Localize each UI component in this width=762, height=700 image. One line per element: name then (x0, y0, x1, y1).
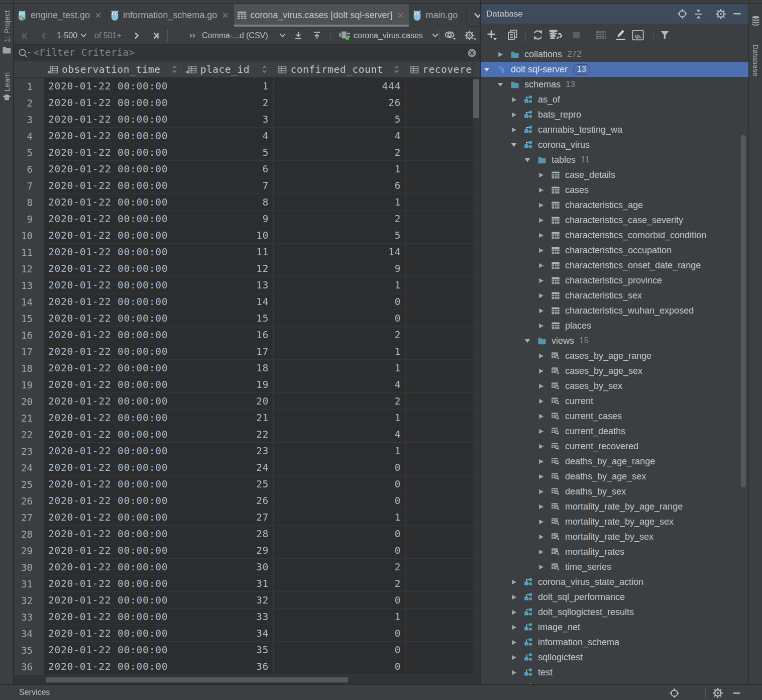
cell-observation_time[interactable]: 2020-01-22 00:00:00 (45, 542, 183, 559)
cell-recovered_count[interactable] (406, 177, 473, 194)
cell-place_id[interactable]: 24 (183, 459, 274, 476)
cell-place_id[interactable]: 10 (183, 227, 274, 244)
cell-place_id[interactable]: 18 (183, 360, 274, 376)
sort-icon[interactable] (261, 64, 268, 74)
chevron-collapsed-icon[interactable] (510, 623, 517, 632)
cell-confirmed_count[interactable]: 2 (274, 575, 406, 592)
row-number[interactable]: 23 (14, 443, 45, 459)
cell-confirmed_count[interactable]: 6 (274, 177, 406, 194)
row-number[interactable]: 26 (14, 492, 45, 509)
cell-recovered_count[interactable] (406, 144, 473, 161)
locate-button[interactable] (669, 687, 680, 699)
chevron-collapsed-icon[interactable] (537, 170, 545, 179)
cell-confirmed_count[interactable]: 14 (274, 244, 406, 260)
row-number[interactable]: 35 (14, 642, 45, 658)
cell-confirmed_count[interactable]: 26 (274, 94, 406, 111)
chevron-collapsed-icon[interactable] (510, 668, 517, 677)
cell-recovered_count[interactable] (406, 211, 473, 227)
tree-item-current-cases[interactable]: current_cases (481, 409, 748, 424)
cell-confirmed_count[interactable]: 1 (274, 443, 406, 459)
cell-recovered_count[interactable] (406, 327, 473, 343)
cell-observation_time[interactable]: 2020-01-22 00:00:00 (45, 509, 183, 526)
chevron-collapsed-icon[interactable] (537, 291, 545, 300)
cell-recovered_count[interactable] (406, 559, 473, 575)
cell-confirmed_count[interactable]: 0 (274, 310, 406, 327)
cell-confirmed_count[interactable]: 1 (274, 509, 406, 526)
cell-observation_time[interactable]: 2020-01-22 00:00:00 (45, 426, 183, 443)
chevron-collapsed-icon[interactable] (537, 381, 545, 390)
settings-button[interactable] (464, 27, 477, 44)
column-header-place-id[interactable]: place_id (183, 61, 274, 77)
cell-recovered_count[interactable] (406, 244, 473, 260)
cell-observation_time[interactable]: 2020-01-22 00:00:00 (45, 177, 183, 194)
duplicate-button[interactable] (507, 27, 518, 43)
cell-recovered_count[interactable] (406, 227, 473, 244)
cell-place_id[interactable]: 33 (183, 609, 274, 625)
cell-observation_time[interactable]: 2020-01-22 00:00:00 (45, 559, 183, 575)
row-number[interactable]: 7 (14, 177, 45, 194)
tab-engine-test-go[interactable]: engine_test.go (14, 4, 107, 27)
cell-recovered_count[interactable] (406, 393, 473, 410)
panel-settings-button[interactable] (714, 8, 727, 21)
chevron-collapsed-icon[interactable] (510, 683, 517, 684)
cell-confirmed_count[interactable]: 5 (274, 111, 406, 128)
cell-place_id[interactable]: 23 (183, 443, 274, 459)
tree-item-deaths-by-age-range[interactable]: deaths_by_age_range (481, 454, 748, 469)
cell-confirmed_count[interactable]: 0 (274, 642, 406, 658)
tab-corona-virus-cases-dolt-sql-server[interactable]: corona_virus.cases [dolt sql-server] (234, 4, 409, 27)
export-data-button[interactable] (293, 27, 303, 44)
cell-confirmed_count[interactable]: 0 (274, 625, 406, 642)
chevron-collapsed-icon[interactable] (537, 457, 545, 466)
cell-recovered_count[interactable] (406, 575, 473, 592)
chevron-collapsed-icon[interactable] (510, 95, 517, 104)
cell-place_id[interactable]: 12 (183, 260, 274, 277)
row-number[interactable]: 33 (14, 609, 45, 625)
filter-bar[interactable]: <Filter Criteria> (14, 45, 480, 61)
tree-item-characteristics-occupation[interactable]: characteristics_occupation (481, 243, 748, 258)
cell-recovered_count[interactable] (406, 360, 473, 376)
tab-close-icon[interactable] (221, 12, 229, 20)
tree-item-characteristics-wuhan-exposed[interactable]: characteristics_wuhan_exposed (481, 303, 748, 318)
cell-place_id[interactable]: 8 (183, 194, 274, 211)
cell-confirmed_count[interactable]: 0 (274, 658, 406, 675)
cell-confirmed_count[interactable]: 2 (274, 559, 406, 575)
cell-place_id[interactable]: 6 (183, 161, 274, 177)
cell-observation_time[interactable]: 2020-01-22 00:00:00 (45, 443, 183, 459)
chevron-expanded-icon[interactable] (524, 336, 531, 345)
cell-observation_time[interactable]: 2020-01-22 00:00:00 (45, 78, 183, 94)
cell-confirmed_count[interactable]: 2 (274, 144, 406, 161)
sidebar-item-learn[interactable]: Learn (3, 72, 11, 91)
row-number[interactable]: 19 (14, 376, 45, 393)
cell-place_id[interactable]: 26 (183, 492, 274, 509)
column-header-observation-time[interactable]: observation_time (45, 61, 183, 77)
cell-place_id[interactable]: 15 (183, 310, 274, 327)
cell-place_id[interactable]: 25 (183, 476, 274, 492)
row-number[interactable]: 22 (14, 426, 45, 443)
tree-item-characteristics-province[interactable]: characteristics_province (481, 273, 748, 288)
row-number[interactable]: 18 (14, 360, 45, 376)
cell-recovered_count[interactable] (406, 343, 473, 360)
cell-recovered_count[interactable] (406, 492, 473, 509)
settings-button[interactable] (712, 687, 723, 699)
tree-item-dolt-sql-server[interactable]: dolt sql-server13 (481, 62, 748, 77)
row-number[interactable]: 32 (14, 592, 45, 609)
chevron-expanded-icon[interactable] (483, 65, 490, 74)
cell-recovered_count[interactable] (406, 459, 473, 476)
cell-place_id[interactable]: 32 (183, 592, 274, 609)
tree-item-dolt-sqllogictest-results[interactable]: dolt_sqllogictest_results (481, 605, 748, 620)
cell-recovered_count[interactable] (406, 111, 473, 128)
cell-observation_time[interactable]: 2020-01-22 00:00:00 (45, 211, 183, 227)
cell-confirmed_count[interactable]: 1 (274, 360, 406, 376)
chevron-collapsed-icon[interactable] (537, 547, 545, 556)
row-number[interactable]: 31 (14, 575, 45, 592)
cell-place_id[interactable]: 7 (183, 177, 274, 194)
tree-item-image-net[interactable]: image_net (481, 620, 748, 635)
tree-item-current[interactable]: current (481, 393, 748, 409)
cell-observation_time[interactable]: 2020-01-22 00:00:00 (45, 293, 183, 310)
cell-recovered_count[interactable] (406, 526, 473, 542)
cell-observation_time[interactable]: 2020-01-22 00:00:00 (45, 459, 183, 476)
cell-place_id[interactable]: 14 (183, 293, 274, 310)
cell-confirmed_count[interactable]: 444 (274, 78, 406, 94)
scrollbar-thumb[interactable] (473, 79, 479, 118)
tree-item-cases[interactable]: cases (481, 182, 748, 197)
